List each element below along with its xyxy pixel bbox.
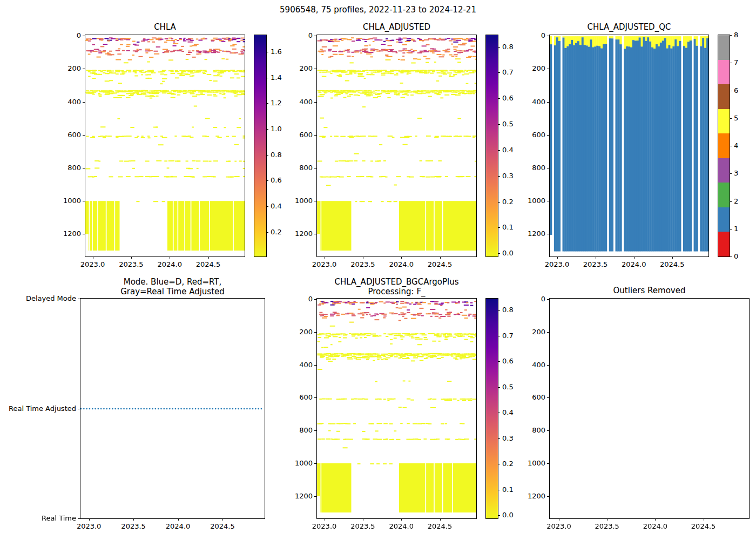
x-tick-label: 2023.5 (115, 260, 147, 268)
x-tick-label: 2024.5 (206, 522, 239, 530)
x-tick-mark (131, 256, 132, 259)
y-tick-mark (83, 36, 85, 36)
y-tick-label: 600 (516, 393, 545, 401)
y-tick-mark (314, 496, 317, 497)
y-tick-label: 800 (516, 426, 545, 434)
colorbar-tick-mark (498, 176, 500, 177)
y-tick-label: 0 (516, 31, 545, 39)
y-tick-mark (314, 201, 317, 201)
y-tick-label: 800 (51, 164, 81, 172)
colorbar-tick-label: 0.8 (271, 151, 292, 159)
y-tick-label: 400 (283, 98, 313, 106)
colorbar-tick-label: 8 (734, 31, 755, 39)
x-tick-label: 2023.0 (308, 260, 341, 268)
panel-chla-adjusted-title: CHLA_ADJUSTED (262, 22, 532, 32)
colorbar-tick-label: 0.0 (502, 249, 524, 257)
y-tick-mark (547, 496, 550, 497)
mode-level-label: Real Time Adjusted (0, 404, 76, 413)
colorbar-tick-mark (498, 72, 500, 73)
colorbar-tick-mark (498, 336, 500, 336)
y-tick-mark (314, 168, 317, 168)
y-tick-label: 1000 (516, 459, 545, 467)
x-tick-mark (93, 256, 93, 259)
colorbar-tick-mark (498, 387, 500, 388)
colorbar-chla_adjusted_qc (718, 35, 730, 257)
x-tick-mark (170, 256, 170, 259)
x-tick-mark (178, 518, 179, 521)
colorbar-tick-label: 0.8 (502, 306, 524, 314)
x-tick-mark (401, 518, 402, 521)
y-tick-mark (547, 69, 550, 69)
x-tick-label: 2023.5 (579, 260, 612, 268)
y-tick-label: 0 (516, 295, 545, 303)
outliers-canvas (550, 299, 749, 518)
y-tick-label: 1200 (516, 230, 545, 238)
x-tick-label: 2023.5 (347, 522, 379, 530)
colorbar-tick-label: 1.6 (271, 48, 292, 56)
y-tick-mark (547, 201, 550, 201)
y-tick-mark (314, 397, 317, 398)
panel-bgc-argoplus (316, 298, 477, 519)
y-tick-label: 1000 (283, 459, 313, 467)
x-tick-mark (557, 256, 558, 259)
colorbar-tick-label: 0.5 (502, 120, 524, 128)
colorbar-tick-mark (266, 52, 268, 52)
panel-outliers-removed-title: Outliers Removed (515, 286, 756, 295)
y-tick-mark (83, 201, 85, 201)
colorbar-tick-label: 1.4 (271, 73, 292, 82)
colorbar-tick-mark (266, 103, 268, 104)
colorbar-tick-mark (498, 438, 500, 439)
colorbar-tick-mark (498, 124, 500, 125)
colorbar-tick-label: 1 (734, 225, 755, 233)
y-tick-mark (83, 102, 85, 103)
colorbar-tick-mark (498, 310, 500, 310)
x-tick-label: 2023.5 (117, 522, 150, 530)
y-tick-label: 1200 (51, 230, 81, 238)
x-tick-mark (133, 518, 134, 521)
x-tick-mark (607, 518, 608, 521)
mode-level-label: Delayed Mode (0, 294, 76, 302)
y-tick-label: 1200 (516, 492, 545, 500)
colorbar-tick-mark (498, 490, 500, 490)
y-tick-mark (314, 365, 317, 366)
colorbar-tick-label: 0.3 (502, 434, 524, 442)
y-tick-mark (78, 409, 80, 409)
colorbar-chla (254, 35, 267, 257)
x-tick-label: 2023.0 (541, 260, 573, 268)
panel-chla-adjusted-qc (549, 35, 709, 257)
panel-bgc-argoplus-title: CHLA_ADJUSTED_BGCArgoPlus Processing: F_ (262, 277, 532, 296)
y-tick-mark (547, 234, 550, 234)
x-tick-mark (596, 256, 596, 259)
y-tick-label: 1000 (516, 197, 545, 205)
y-tick-label: 400 (516, 98, 545, 106)
colorbar-tick-mark (266, 129, 268, 130)
colorbar-tick-label: 0.4 (502, 146, 524, 154)
colorbar-tick-mark (498, 202, 500, 202)
panel-bgc-title-line1: CHLA_ADJUSTED_BGCArgoPlus (262, 277, 532, 287)
x-tick-mark (208, 256, 209, 259)
x-tick-mark (559, 518, 559, 521)
colorbar-tick-mark (498, 464, 500, 464)
x-tick-label: 2024.5 (656, 260, 688, 268)
x-tick-mark (440, 518, 441, 521)
x-tick-label: 2024.0 (618, 260, 650, 268)
x-tick-label: 2023.0 (73, 522, 105, 530)
y-tick-label: 200 (283, 64, 313, 72)
y-tick-label: 1000 (51, 197, 81, 205)
panel-mode (80, 298, 265, 519)
colorbar-tick-mark (730, 91, 732, 91)
colorbar-tick-mark (730, 256, 732, 257)
y-tick-mark (314, 234, 317, 234)
colorbar-tick-label: 4 (734, 141, 755, 150)
x-tick-label: 2023.0 (77, 260, 109, 268)
mode-level-label: Real Time (0, 514, 76, 522)
y-tick-label: 0 (283, 295, 313, 303)
x-tick-label: 2024.0 (153, 260, 186, 268)
y-tick-mark (314, 69, 317, 69)
colorbar-tick-mark (498, 227, 500, 228)
y-tick-mark (314, 332, 317, 333)
colorbar-tick-mark (730, 63, 732, 63)
colorbar-tick-mark (498, 361, 500, 362)
y-tick-label: 0 (51, 31, 81, 39)
x-tick-mark (89, 518, 90, 521)
